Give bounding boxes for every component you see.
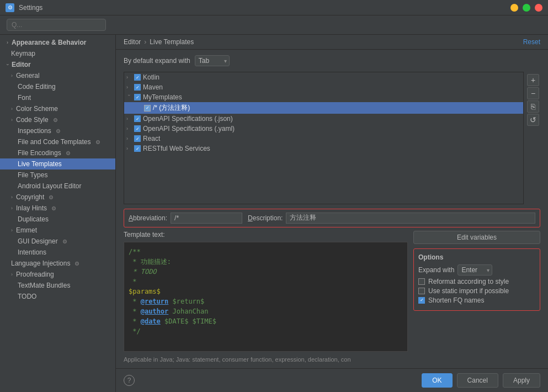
sidebar-item-file-types[interactable]: File Types: [0, 169, 115, 181]
mytemplates-checkbox[interactable]: [134, 94, 141, 100]
sidebar-item-live-templates[interactable]: Live Templates: [0, 158, 115, 169]
cancel-button[interactable]: Cancel: [457, 373, 498, 388]
sidebar-item-android-layout[interactable]: Android Layout Editor: [0, 181, 115, 192]
maximize-button[interactable]: [523, 4, 530, 12]
tree-chevron-open-icon: ›: [126, 94, 132, 100]
sidebar-item-intentions[interactable]: Intentions: [0, 247, 115, 258]
search-input[interactable]: [7, 19, 106, 31]
tree-item-openapi-yaml[interactable]: › OpenAPI Specifications (.yaml): [124, 124, 523, 134]
reset-link[interactable]: Reset: [523, 38, 540, 46]
apply-button[interactable]: Apply: [503, 373, 540, 388]
tree-item-method-comment[interactable]: /* (方法注释): [124, 102, 523, 114]
reformat-checkbox-row[interactable]: Reformat according to style: [418, 278, 535, 285]
copy-template-button[interactable]: ⎘: [527, 100, 539, 113]
sidebar-item-todo[interactable]: TODO: [0, 291, 115, 302]
sidebar-item-language-injections[interactable]: Language Injections ⚙: [0, 258, 115, 269]
breadcrumb-separator: ›: [144, 38, 146, 46]
sidebar-item-proofreading[interactable]: › Proofreading: [0, 269, 115, 280]
minimize-button[interactable]: [510, 4, 518, 12]
openapi-json-checkbox[interactable]: [134, 115, 141, 122]
template-groups-tree: › Kotlin › Maven: [124, 72, 524, 204]
code-line-7: * @author JohanChan: [129, 306, 403, 316]
sidebar-item-keymap[interactable]: Keymap: [0, 48, 115, 59]
sidebar-item-inspections[interactable]: Inspections ⚙: [0, 125, 115, 136]
content-wrapper: By default expand with Tab Enter Space: [116, 50, 548, 392]
ok-button[interactable]: OK: [422, 373, 452, 388]
sidebar-item-editor[interactable]: › Editor: [0, 59, 115, 70]
abbreviation-description-row: Abbreviation: Description:: [124, 209, 540, 227]
settings-icon: ⚙: [62, 239, 67, 245]
sidebar-item-label: Copyright: [16, 193, 44, 201]
abbreviation-input[interactable]: [171, 213, 242, 224]
sidebar-item-font[interactable]: Font: [0, 92, 115, 103]
sidebar-item-general[interactable]: › General: [0, 70, 115, 81]
chevron-icon: ›: [11, 73, 13, 78]
settings-icon: ⚙: [49, 194, 54, 200]
sidebar-item-label: Color Scheme: [16, 105, 58, 113]
options-box: Options Expand with Enter Tab Space: [413, 248, 540, 311]
sidebar-item-label: Intentions: [18, 248, 46, 256]
expand-with-select[interactable]: Tab Enter Space: [195, 55, 230, 66]
react-checkbox[interactable]: [134, 135, 141, 142]
sidebar-item-label: Language Injections: [11, 259, 70, 267]
maven-checkbox[interactable]: [134, 84, 141, 91]
edit-variables-button[interactable]: Edit variables: [413, 231, 540, 244]
sidebar-item-label: General: [16, 72, 40, 80]
code-line-2: * 功能描述:: [129, 257, 403, 267]
sidebar-item-file-encodings[interactable]: File Encodings ⚙: [0, 147, 115, 158]
sidebar-item-appearance[interactable]: › Appearance & Behavior: [0, 37, 115, 48]
tree-item-restful[interactable]: › RESTful Web Services: [124, 144, 523, 153]
code-line-1: /**: [129, 247, 403, 257]
sidebar-item-textmate-bundles[interactable]: TextMate Bundles: [0, 280, 115, 291]
shorten-fq-checkbox-row[interactable]: Shorten FQ names: [418, 296, 535, 304]
restore-template-button[interactable]: ↺: [527, 114, 539, 126]
expand-with-options-select[interactable]: Enter Tab Space: [457, 264, 492, 276]
expand-with-row: By default expand with Tab Enter Space: [124, 55, 540, 66]
tree-item-kotlin[interactable]: › Kotlin: [124, 72, 523, 82]
sidebar-item-copyright[interactable]: › Copyright ⚙: [0, 192, 115, 203]
sidebar-item-inlay-hints[interactable]: › Inlay Hints ⚙: [0, 203, 115, 214]
template-code-area[interactable]: /** * 功能描述: * TODO * $params$ * @return …: [124, 242, 408, 352]
restful-checkbox[interactable]: [134, 145, 141, 152]
sidebar-item-code-style[interactable]: › Code Style ⚙: [0, 114, 115, 125]
sidebar-item-label: GUI Designer: [18, 237, 58, 245]
openapi-yaml-checkbox[interactable]: [134, 125, 141, 132]
sidebar-item-duplicates[interactable]: Duplicates: [0, 214, 115, 225]
tree-item-react[interactable]: › React: [124, 134, 523, 144]
sidebar-item-color-scheme[interactable]: › Color Scheme: [0, 103, 115, 114]
sidebar-item-label: File and Code Templates: [18, 138, 91, 146]
close-button[interactable]: [535, 4, 542, 12]
sidebar-item-label: Code Style: [16, 116, 49, 124]
tree-item-maven[interactable]: › Maven: [124, 82, 523, 92]
code-line-9: */: [129, 326, 403, 336]
method-comment-checkbox[interactable]: [144, 105, 151, 112]
add-template-button[interactable]: +: [527, 74, 539, 86]
sidebar-item-label: Appearance & Behavior: [12, 39, 86, 46]
sidebar-item-gui-designer[interactable]: GUI Designer ⚙: [0, 236, 115, 247]
tree-item-mytemplates[interactable]: › MyTemplates: [124, 92, 523, 102]
static-import-checkbox-row[interactable]: Use static import if possible: [418, 287, 535, 295]
sidebar-item-label: Code Editing: [18, 83, 56, 91]
sidebar-item-label: Inspections: [18, 127, 51, 135]
sidebar-item-label: Android Layout Editor: [18, 182, 81, 190]
sidebar-item-file-code-templates[interactable]: File and Code Templates ⚙: [0, 136, 115, 147]
shorten-fq-checkbox[interactable]: [418, 297, 425, 304]
help-button[interactable]: ?: [124, 375, 135, 386]
tree-item-openapi-json[interactable]: › OpenAPI Specifications (.json): [124, 114, 523, 124]
tree-item-label: Maven: [143, 83, 163, 91]
code-line-5: $params$: [129, 287, 403, 296]
chevron-icon: ›: [11, 227, 13, 233]
tree-chevron-icon: ›: [126, 146, 132, 151]
sidebar-item-emmet[interactable]: › Emmet: [0, 225, 115, 236]
static-import-checkbox[interactable]: [418, 288, 425, 294]
reformat-checkbox[interactable]: [418, 278, 425, 285]
kotlin-checkbox[interactable]: [134, 74, 141, 81]
shorten-fq-label: Shorten FQ names: [428, 296, 484, 304]
settings-icon: ⚙: [51, 205, 56, 211]
settings-icon: ⚙: [53, 117, 58, 123]
sidebar-item-label: Editor: [12, 61, 31, 68]
description-input[interactable]: [286, 213, 535, 224]
title-bar: ⚙ Settings: [0, 0, 548, 15]
remove-template-button[interactable]: −: [527, 87, 539, 99]
sidebar-item-code-editing[interactable]: Code Editing: [0, 81, 115, 92]
